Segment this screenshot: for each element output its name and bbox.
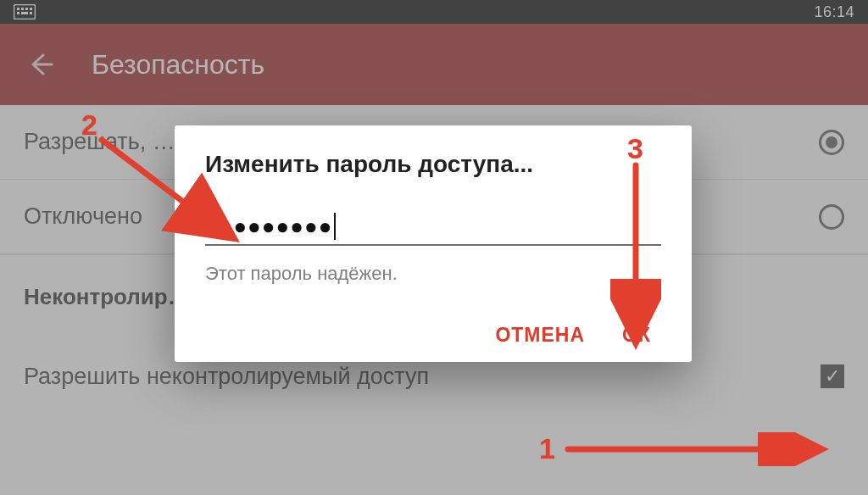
cancel-button[interactable]: ОТМЕНА: [495, 324, 585, 347]
password-value: ●●●●●●●●●: [205, 214, 332, 240]
change-password-dialog: Изменить пароль доступа... ●●●●●●●●● Это…: [175, 125, 692, 362]
ok-button[interactable]: ОК: [622, 324, 651, 347]
password-input[interactable]: ●●●●●●●●●: [205, 209, 661, 246]
text-caret: [334, 213, 336, 240]
screen: 16:14 Безопасность Разрешать, … Отключен…: [0, 0, 868, 495]
dialog-title: Изменить пароль доступа...: [205, 151, 661, 178]
dialog-actions: ОТМЕНА ОК: [205, 324, 661, 347]
password-hint: Этот пароль надёжен.: [205, 263, 661, 285]
